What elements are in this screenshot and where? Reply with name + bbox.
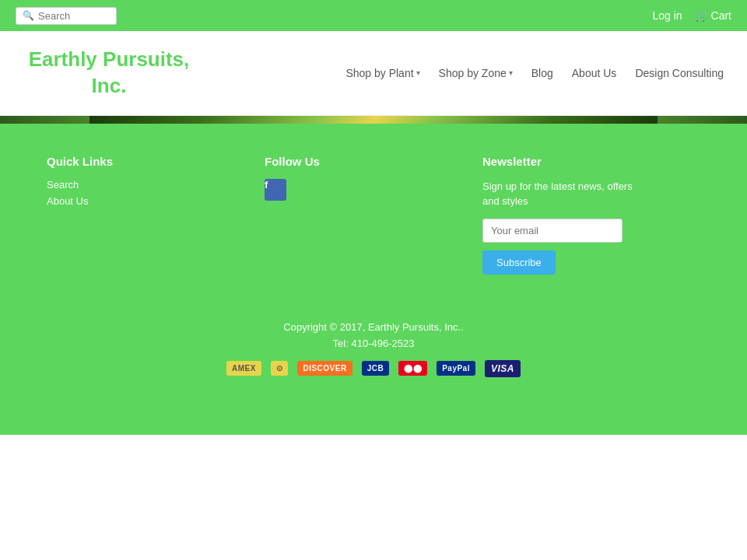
footer-newsletter: Newsletter Sign up for the latest news, … [482,155,700,275]
footer-follow-us: Follow Us f [265,155,482,275]
footer-quick-links: Quick Links Search About Us [47,155,265,275]
shop-by-plant-chevron: ▾ [416,68,420,77]
footer-columns: Quick Links Search About Us Follow Us f … [47,155,700,275]
shop-by-plant-label: Shop by Plant [345,67,413,79]
about-us-link[interactable]: About Us [572,67,617,79]
jcb-payment-icon: JCB [362,361,390,376]
footer-bottom: Copyright © 2017, Earthly Pursuits, Inc.… [47,306,700,377]
main-nav: Shop by Plant ▾ Shop by Zone ▾ Blog Abou… [345,67,724,79]
blog-link[interactable]: Blog [531,67,553,79]
follow-us-heading: Follow Us [265,155,482,168]
hero-image [0,116,747,124]
mastercard-payment-icon: ⬤⬤ [398,361,427,376]
site-title[interactable]: Earthly Pursuits, Inc. [23,47,195,100]
hero-banner [89,116,658,124]
shop-by-zone-label: Shop by Zone [439,67,507,79]
visa-payment-icon: VISA [485,360,521,377]
cart-label: Cart [711,9,731,22]
header: Earthly Pursuits, Inc. Shop by Plant ▾ S… [0,31,747,116]
shop-by-plant-dropdown[interactable]: Shop by Plant ▾ [345,67,419,79]
amex-payment-icon: AMEX [226,361,261,376]
diners-payment-icon: ⊙ [271,361,289,376]
phone-text: Tel: 410-496-2523 [47,338,700,349]
paypal-payment-icon: PayPal [437,361,475,376]
facebook-link[interactable]: f [265,179,286,201]
shop-by-zone-dropdown[interactable]: Shop by Zone ▾ [439,67,513,79]
quick-link-search[interactable]: Search [47,179,265,191]
top-bar-right: Log in 🛒 Cart [652,9,731,22]
payment-icons: AMEX ⊙ DISCOVER JCB ⬤⬤ PayPal VISA [47,360,700,377]
footer: Quick Links Search About Us Follow Us f … [0,124,747,435]
cart-icon: 🛒 [695,9,708,22]
newsletter-email-input[interactable] [482,219,622,243]
facebook-icon: f [265,179,268,191]
copyright-text: Copyright © 2017, Earthly Pursuits, Inc.… [47,321,700,333]
newsletter-description: Sign up for the latest news, offers and … [482,179,638,209]
shop-by-zone-chevron: ▾ [509,68,513,77]
design-consulting-link[interactable]: Design Consulting [635,67,724,79]
search-box[interactable]: 🔍 [16,7,117,25]
cart-link[interactable]: 🛒 Cart [695,9,731,22]
search-input[interactable] [38,10,116,22]
newsletter-heading: Newsletter [482,155,700,168]
quick-links-heading: Quick Links [47,155,265,168]
quick-link-about[interactable]: About Us [47,195,265,207]
discover-payment-icon: DISCOVER [297,361,352,376]
search-icon: 🔍 [23,10,34,21]
login-link[interactable]: Log in [652,9,682,22]
subscribe-button[interactable]: Subscribe [482,250,556,275]
top-bar: 🔍 Log in 🛒 Cart [0,0,747,31]
